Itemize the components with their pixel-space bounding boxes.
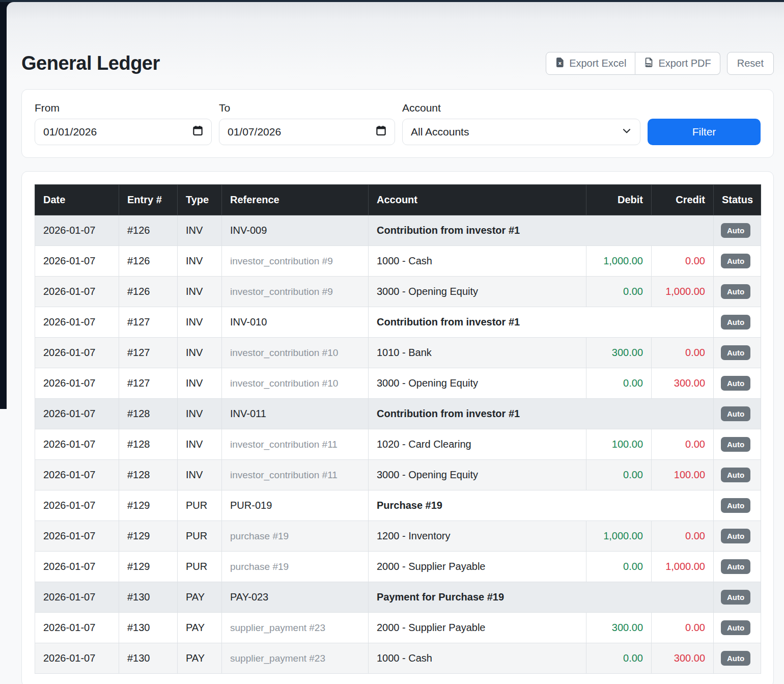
table-row-detail: 2026-01-07#126INVinvestor_contribution #… bbox=[35, 277, 761, 307]
cell-reference: investor_contribution #10 bbox=[222, 338, 369, 368]
cell-entry-number: #129 bbox=[119, 490, 178, 521]
cell-status: Auto bbox=[714, 613, 761, 643]
calendar-icon[interactable] bbox=[376, 125, 386, 139]
cell-status: Auto bbox=[714, 429, 761, 460]
from-date-field: From 01/01/2026 bbox=[35, 102, 212, 145]
cell-type: INV bbox=[178, 246, 222, 277]
cell-type: PUR bbox=[178, 521, 222, 552]
table-row-detail: 2026-01-07#126INVinvestor_contribution #… bbox=[35, 246, 761, 277]
export-pdf-label: Export PDF bbox=[658, 58, 711, 69]
ledger-table: DateEntry #TypeReferenceAccountDebitCred… bbox=[35, 184, 761, 674]
cell-account: 3000 - Opening Equity bbox=[369, 460, 586, 490]
cell-debit: 0.00 bbox=[586, 643, 652, 674]
cell-debit: 1,000.00 bbox=[586, 521, 652, 552]
cell-debit: 0.00 bbox=[586, 368, 652, 399]
to-date-value: 01/07/2026 bbox=[228, 126, 281, 138]
cell-reference: INV-009 bbox=[222, 215, 369, 246]
from-label: From bbox=[35, 102, 212, 114]
main-content: General Ledger x Export Excel bbox=[7, 2, 784, 684]
status-badge: Auto bbox=[721, 254, 750, 268]
table-row-detail: 2026-01-07#127INVinvestor_contribution #… bbox=[35, 368, 761, 399]
table-row-detail: 2026-01-07#127INVinvestor_contribution #… bbox=[35, 338, 761, 368]
status-badge: Auto bbox=[721, 437, 750, 452]
export-pdf-button[interactable]: PNG Export PDF bbox=[635, 52, 720, 75]
cell-debit: 0.00 bbox=[586, 460, 652, 490]
status-badge: Auto bbox=[721, 345, 750, 360]
column-header-credit: Credit bbox=[652, 185, 714, 215]
cell-reference: supplier_payment #23 bbox=[222, 643, 369, 674]
cell-account: 2000 - Supplier Payable bbox=[369, 613, 586, 643]
status-badge: Auto bbox=[721, 468, 750, 482]
cell-entry-number: #128 bbox=[119, 399, 178, 429]
cell-reference: purchase #19 bbox=[222, 552, 369, 582]
cell-type: INV bbox=[178, 368, 222, 399]
cell-status: Auto bbox=[714, 490, 761, 521]
reset-button[interactable]: Reset bbox=[727, 52, 774, 75]
status-badge: Auto bbox=[721, 559, 750, 574]
status-badge: Auto bbox=[721, 620, 750, 635]
cell-reference: INV-011 bbox=[222, 399, 369, 429]
cell-date: 2026-01-07 bbox=[35, 429, 119, 460]
table-row-group: 2026-01-07#130PAYPAY-023Payment for Purc… bbox=[35, 582, 761, 613]
cell-account-description: Contribution from investor #1 bbox=[369, 215, 714, 246]
cell-reference: PUR-019 bbox=[222, 490, 369, 521]
cell-date: 2026-01-07 bbox=[35, 552, 119, 582]
cell-reference: purchase #19 bbox=[222, 521, 369, 552]
column-header-account: Account bbox=[369, 185, 586, 215]
table-row-detail: 2026-01-07#128INVinvestor_contribution #… bbox=[35, 429, 761, 460]
cell-debit: 300.00 bbox=[586, 338, 652, 368]
column-header-type: Type bbox=[178, 185, 222, 215]
cell-account: 1000 - Cash bbox=[369, 643, 586, 674]
calendar-icon[interactable] bbox=[192, 125, 203, 139]
cell-type: PAY bbox=[178, 613, 222, 643]
filetype-png-icon: PNG bbox=[644, 58, 654, 70]
cell-reference: investor_contribution #11 bbox=[222, 429, 369, 460]
cell-type: INV bbox=[178, 338, 222, 368]
cell-date: 2026-01-07 bbox=[35, 643, 119, 674]
cell-reference: investor_contribution #9 bbox=[222, 277, 369, 307]
cell-debit: 0.00 bbox=[586, 552, 652, 582]
page-title: General Ledger bbox=[21, 52, 160, 74]
status-badge: Auto bbox=[721, 223, 750, 238]
header-actions: x Export Excel PNG Export PDF bbox=[546, 52, 774, 75]
status-badge: Auto bbox=[721, 590, 750, 605]
cell-date: 2026-01-07 bbox=[35, 582, 119, 613]
from-date-value: 01/01/2026 bbox=[43, 126, 97, 138]
cell-status: Auto bbox=[714, 399, 761, 429]
cell-entry-number: #130 bbox=[119, 582, 178, 613]
cell-date: 2026-01-07 bbox=[35, 613, 119, 643]
cell-type: INV bbox=[178, 215, 222, 246]
cell-account-description: Purchase #19 bbox=[369, 490, 714, 521]
status-badge: Auto bbox=[721, 651, 750, 666]
from-date-input[interactable]: 01/01/2026 bbox=[35, 119, 212, 145]
cell-entry-number: #130 bbox=[119, 613, 178, 643]
cell-debit: 1,000.00 bbox=[586, 246, 652, 277]
cell-status: Auto bbox=[714, 368, 761, 399]
cell-date: 2026-01-07 bbox=[35, 460, 119, 490]
cell-type: PUR bbox=[178, 552, 222, 582]
table-header-row: DateEntry #TypeReferenceAccountDebitCred… bbox=[35, 185, 761, 215]
cell-entry-number: #128 bbox=[119, 460, 178, 490]
cell-entry-number: #130 bbox=[119, 643, 178, 674]
account-field: Account All Accounts bbox=[402, 102, 640, 145]
cell-account: 1010 - Bank bbox=[369, 338, 586, 368]
account-select[interactable]: All Accounts bbox=[402, 119, 640, 145]
cell-credit: 300.00 bbox=[652, 643, 714, 674]
cell-reference: supplier_payment #23 bbox=[222, 613, 369, 643]
filter-panel: From 01/01/2026 To 01/07/2026 bbox=[21, 89, 774, 158]
cell-entry-number: #126 bbox=[119, 246, 178, 277]
cell-entry-number: #129 bbox=[119, 521, 178, 552]
table-row-group: 2026-01-07#129PURPUR-019Purchase #19Auto bbox=[35, 490, 761, 521]
cell-status: Auto bbox=[714, 582, 761, 613]
filter-button[interactable]: Filter bbox=[648, 119, 761, 145]
cell-credit: 0.00 bbox=[652, 338, 714, 368]
chevron-down-icon bbox=[622, 126, 632, 139]
cell-account: 3000 - Opening Equity bbox=[369, 368, 586, 399]
to-date-input[interactable]: 01/07/2026 bbox=[219, 119, 395, 145]
cell-status: Auto bbox=[714, 643, 761, 674]
cell-account: 1020 - Card Clearing bbox=[369, 429, 586, 460]
cell-entry-number: #127 bbox=[119, 338, 178, 368]
cell-entry-number: #128 bbox=[119, 429, 178, 460]
export-excel-button[interactable]: x Export Excel bbox=[546, 52, 635, 75]
cell-entry-number: #127 bbox=[119, 307, 178, 338]
